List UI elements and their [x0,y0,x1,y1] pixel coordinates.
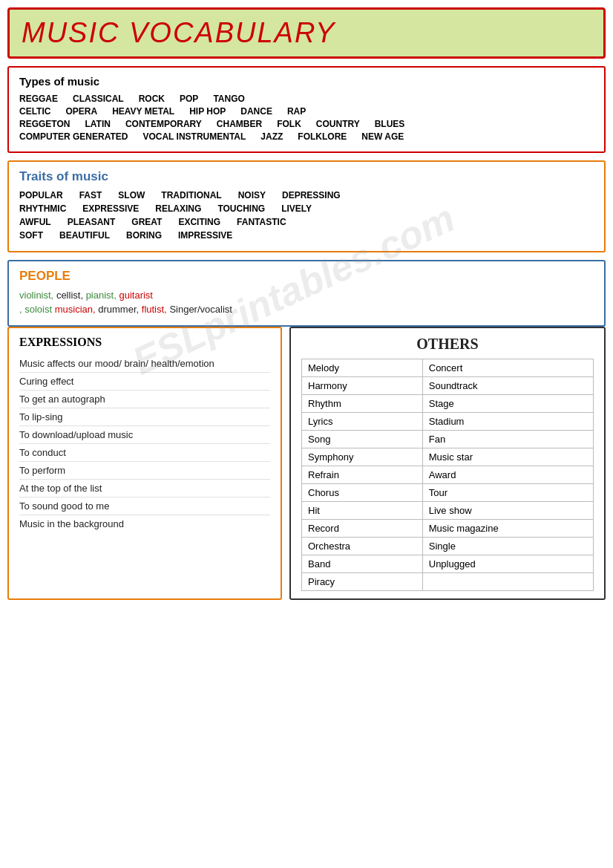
trait-relaxing: RELAXING [155,203,201,214]
table-row: Hit Live show [302,502,594,520]
table-row: Symphony Music star [302,448,594,466]
expression-7: To perform [19,462,270,480]
others-right-single: Single [422,538,593,555]
traits-row-4: SOFT BEAUTIFUL BORING IMPRESSIVE [19,230,594,241]
expression-4: To lip-sing [19,408,270,426]
trait-expressive: EXPRESSIVE [82,203,139,214]
table-row: Chorus Tour [302,484,594,502]
types-row-3: REGGETON LATIN CONTEMPORARY CHAMBER FOLK… [19,119,594,129]
trait-pleasant: PLEASANT [68,217,116,227]
people-row-2: , soloist musician, drummer, flutist, Si… [19,304,594,315]
trait-slow: SLOW [118,190,145,200]
types-of-music-section: Types of music REGGAE CLASSICAL ROCK POP… [7,66,606,153]
others-right-musicstar: Music star [422,448,593,466]
traits-row-1: POPULAR FAST SLOW TRADITIONAL NOISY DEPR… [19,190,594,200]
trait-impressive: IMPRESSIVE [178,230,232,241]
type-vocalinstrumental: VOCAL INSTRUMENTAL [142,131,246,142]
others-left-hit: Hit [302,502,423,520]
types-row-4: COMPUTER GENERATED VOCAL INSTRUMENTAL JA… [19,131,594,142]
others-left-record: Record [302,520,423,538]
expression-6: To conduct [19,444,270,462]
type-folklore: FOLKLORE [298,131,347,142]
table-row: Piracy [302,573,594,591]
others-left-rhythm: Rhythm [302,395,423,413]
type-computergenerated: COMPUTER GENERATED [19,131,128,142]
types-heading: Types of music [19,75,594,88]
others-right-stadium: Stadium [422,413,593,431]
expression-3: To get an autograph [19,391,270,408]
table-row: Orchestra Single [302,538,594,555]
traits-row-2: RHYTHMIC EXPRESSIVE RELAXING TOUCHING LI… [19,203,594,214]
type-celtic: CELTIC [19,106,50,117]
type-newage: NEW AGE [361,131,404,142]
others-left-orchestra: Orchestra [302,538,423,555]
others-right-unplugged: Unplugged [422,555,593,573]
person-guitarist: guitarist [119,290,153,301]
type-opera: OPERA [65,106,97,117]
others-left-lyrics: Lyrics [302,413,423,431]
type-classical: CLASSICAL [73,94,124,104]
person-cellist: cellist, [56,290,83,301]
trait-exciting: EXCITING [178,217,220,227]
type-jazz: JAZZ [260,131,283,142]
table-row: Melody Concert [302,359,594,377]
others-right-liveshow: Live show [422,502,593,520]
others-table: Melody Concert Harmony Soundtrack Rhythm… [301,359,594,591]
trait-rhythmic: RHYTHMIC [19,203,66,214]
others-left-refrain: Refrain [302,466,423,484]
traits-of-music-section: Traits of music POPULAR FAST SLOW TRADIT… [7,160,606,252]
type-dance: DANCE [240,106,272,117]
others-right-stage: Stage [422,395,593,413]
table-row: Refrain Award [302,466,594,484]
traits-heading: Traits of music [19,169,594,184]
trait-touching: TOUCHING [217,203,265,214]
others-right-fan: Fan [422,431,593,448]
trait-boring: BORING [126,230,162,241]
type-rap: RAP [287,106,306,117]
person-pianist: pianist, [86,290,117,301]
person-singer: Singer/vocalist [169,304,232,315]
table-row: Song Fan [302,431,594,448]
types-row-1: REGGAE CLASSICAL ROCK POP TANGO [19,94,594,104]
others-left-symphony: Symphony [302,448,423,466]
expression-1: Music affects our mood/ brain/ health/em… [19,355,270,373]
trait-lively: LIVELY [281,203,312,214]
type-rock: ROCK [139,94,165,104]
type-heavymetal: HEAVY METAL [112,106,174,117]
trait-soft: SOFT [19,230,43,241]
expressions-col: EXPRESSIONS Music affects our mood/ brai… [7,327,282,600]
trait-noisy: NOISY [238,190,266,200]
expressions-heading: EXPRESSIONS [19,336,270,349]
others-heading: OTHERS [301,336,594,353]
table-row: Harmony Soundtrack [302,377,594,395]
type-chamber: CHAMBER [217,119,262,129]
type-country: COUNTRY [316,119,360,129]
type-pop: POP [180,94,198,104]
person-flutist: flutist, [142,304,167,315]
trait-awful: AWFUL [19,217,51,227]
type-contemporary: CONTEMPORARY [125,119,202,129]
trait-fantastic: FANTASTIC [237,217,286,227]
others-right-musicmagazine: Music magazine [422,520,593,538]
others-left-chorus: Chorus [302,484,423,502]
table-row: Rhythm Stage [302,395,594,413]
others-right-concert: Concert [422,359,593,377]
people-heading: PEOPLE [19,269,594,284]
bottom-row: EXPRESSIONS Music affects our mood/ brai… [7,327,606,600]
others-col: OTHERS Melody Concert Harmony Soundtrack… [289,327,606,600]
table-row: Band Unplugged [302,555,594,573]
others-left-song: Song [302,431,423,448]
trait-popular: POPULAR [19,190,63,200]
expression-2: Curing effect [19,373,270,391]
traits-row-3: AWFUL PLEASANT GREAT EXCITING FANTASTIC [19,217,594,227]
type-reggeton: REGGETON [19,119,70,129]
trait-great: GREAT [131,217,162,227]
type-blues: BLUES [375,119,405,129]
others-left-melody: Melody [302,359,423,377]
people-section: PEOPLE violinist, cellist, pianist, guit… [7,260,606,327]
expression-5: To download/upload music [19,426,270,444]
person-musician: musician, [55,304,96,315]
expressions-list: Music affects our mood/ brain/ health/em… [19,355,270,532]
type-latin: LATIN [85,119,110,129]
type-reggae: REGGAE [19,94,58,104]
